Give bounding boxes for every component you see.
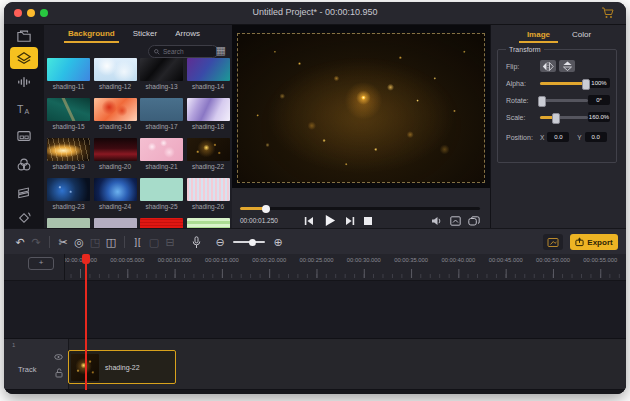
thumbnail-shading-19[interactable]: shading-19 xyxy=(47,138,90,178)
alpha-slider-handle[interactable] xyxy=(582,79,590,90)
sidebar-item-text[interactable]: TA xyxy=(10,98,38,120)
thumbnail-unnamed[interactable] xyxy=(94,218,137,228)
thumbnail-shading-17[interactable]: shading-17 xyxy=(140,98,183,138)
flip-horizontal-button[interactable] xyxy=(540,60,556,72)
microphone-icon[interactable] xyxy=(188,236,204,249)
seek-bar[interactable] xyxy=(240,207,480,210)
split-icon[interactable]: ][ xyxy=(130,236,146,248)
scissors-icon[interactable]: ✂ xyxy=(55,236,71,248)
sidebar-item-audio[interactable] xyxy=(10,71,38,93)
volume-icon[interactable] xyxy=(431,216,443,226)
thumbnail-shading-12[interactable]: shading-12 xyxy=(94,58,137,98)
thumbnail-image[interactable] xyxy=(187,178,230,201)
zoom-in-icon[interactable]: ⊕ xyxy=(270,236,286,248)
thumbnail-shading-23[interactable]: shading-23 xyxy=(47,178,90,218)
detach-icon[interactable]: ◎ xyxy=(71,236,87,248)
stop-button[interactable] xyxy=(364,217,372,225)
scale-slider[interactable] xyxy=(540,116,588,119)
alpha-value[interactable]: 100% xyxy=(588,78,610,88)
sidebar-item-transition[interactable] xyxy=(10,125,38,147)
rotate-slider[interactable] xyxy=(540,99,588,102)
play-button[interactable] xyxy=(323,214,336,227)
thumbnail-shading-18[interactable]: shading-18 xyxy=(187,98,230,138)
tab-image[interactable]: Image xyxy=(527,30,550,39)
next-frame-button[interactable] xyxy=(345,216,355,226)
rotate-slider-handle[interactable] xyxy=(538,96,546,107)
track-lock-icon[interactable] xyxy=(55,368,63,378)
thumbnail-shading-26[interactable]: shading-26 xyxy=(187,178,230,218)
thumbnail-shading-25[interactable]: shading-25 xyxy=(140,178,183,218)
tab-color[interactable]: Color xyxy=(572,30,591,39)
zoom-out-icon[interactable]: ⊖ xyxy=(212,236,228,248)
thumbnail-image[interactable] xyxy=(47,178,90,201)
tab-background[interactable]: Background xyxy=(68,29,115,40)
scale-slider-handle[interactable] xyxy=(552,113,560,124)
thumbnail-shading-22[interactable]: shading-22 xyxy=(187,138,230,178)
timeline-clip-shading-22[interactable]: shading-22 xyxy=(68,350,176,384)
export-button[interactable]: Export xyxy=(570,234,618,250)
rotate-value[interactable]: 0° xyxy=(588,95,610,105)
zoom-slider-handle[interactable] xyxy=(249,239,256,246)
scale-value[interactable]: 160.0% xyxy=(588,112,610,122)
search-input[interactable] xyxy=(163,48,209,55)
thumbnail-shading-14[interactable]: shading-14 xyxy=(187,58,230,98)
thumbnail-image[interactable] xyxy=(47,138,90,161)
thumbnail-image[interactable] xyxy=(187,58,230,81)
redo-icon[interactable]: ↷ xyxy=(28,236,44,248)
crop-frame-icon[interactable]: ▢ xyxy=(146,236,162,248)
thumbnail-shading-16[interactable]: shading-16 xyxy=(94,98,137,138)
snapshot-icon[interactable] xyxy=(468,216,480,226)
seek-handle[interactable] xyxy=(262,205,270,213)
alpha-slider[interactable] xyxy=(540,82,588,85)
previous-frame-button[interactable] xyxy=(304,216,314,226)
thumbnail-image[interactable] xyxy=(140,178,183,201)
tab-arrows[interactable]: Arrows xyxy=(175,29,200,40)
thumbnail-unnamed[interactable] xyxy=(187,218,230,228)
tab-sticker[interactable]: Sticker xyxy=(133,29,157,40)
merge-icon[interactable]: ⊟ xyxy=(162,236,178,248)
flip-vertical-button[interactable] xyxy=(559,60,575,72)
thumbnail-shading-21[interactable]: shading-21 xyxy=(140,138,183,178)
duplicate-icon[interactable]: ◳ xyxy=(87,236,103,248)
thumbnail-image[interactable] xyxy=(187,138,230,161)
thumbnail-image[interactable] xyxy=(187,98,230,121)
sidebar-item-overlay[interactable] xyxy=(10,181,38,203)
sidebar-item-crop[interactable] xyxy=(10,207,38,229)
timeline-empty-area[interactable] xyxy=(4,281,626,338)
fullscreen-icon[interactable] xyxy=(450,216,461,226)
thumbnail-image[interactable] xyxy=(94,138,137,161)
store-cart-icon[interactable] xyxy=(601,7,614,19)
thumbnail-image[interactable] xyxy=(140,138,183,161)
thumbnail-image[interactable] xyxy=(94,58,137,81)
thumbnail-image[interactable] xyxy=(47,58,90,81)
thumbnail-image[interactable] xyxy=(94,178,137,201)
thumbnail-shading-11[interactable]: shading-11 xyxy=(47,58,90,98)
grid-view-icon[interactable]: ▦ xyxy=(216,44,226,57)
thumbnail-image[interactable] xyxy=(94,218,137,228)
sidebar-item-filter[interactable] xyxy=(10,153,38,175)
thumbnail-image[interactable] xyxy=(140,98,183,121)
add-track-button[interactable]: + xyxy=(28,257,54,270)
trim-icon[interactable]: ◫ xyxy=(103,236,119,248)
position-x-value[interactable]: 0.0 xyxy=(547,132,569,142)
thumbnail-image[interactable] xyxy=(140,218,183,228)
export-settings-button[interactable] xyxy=(543,234,563,250)
sidebar-item-background[interactable] xyxy=(10,47,38,69)
thumbnail-image[interactable] xyxy=(47,218,90,228)
timeline-zoom-slider[interactable] xyxy=(233,241,265,243)
thumbnail-image[interactable] xyxy=(94,98,137,121)
thumbnail-shading-24[interactable]: shading-24 xyxy=(94,178,137,218)
thumbnail-unnamed[interactable] xyxy=(140,218,183,228)
track-visibility-eye-icon[interactable] xyxy=(54,354,63,360)
thumbnail-unnamed[interactable] xyxy=(47,218,90,228)
thumbnail-shading-15[interactable]: shading-15 xyxy=(47,98,90,138)
thumbnail-image[interactable] xyxy=(187,218,230,228)
undo-icon[interactable]: ↶ xyxy=(12,236,28,248)
sidebar-item-media[interactable] xyxy=(10,25,38,47)
thumbnail-shading-20[interactable]: shading-20 xyxy=(94,138,137,178)
thumbnail-image[interactable] xyxy=(140,58,183,81)
timeline-ruler[interactable]: + 00:00:00.00000:00:05.00000:00:10.00000… xyxy=(4,254,626,281)
thumbnail-shading-13[interactable]: shading-13 xyxy=(140,58,183,98)
position-y-value[interactable]: 0.0 xyxy=(585,132,607,142)
thumbnail-image[interactable] xyxy=(47,98,90,121)
